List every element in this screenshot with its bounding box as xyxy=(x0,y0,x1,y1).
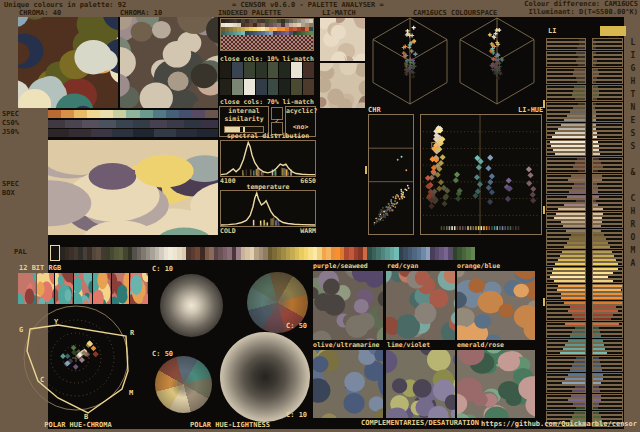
vertical-letter: O xyxy=(627,233,639,246)
thumb-image xyxy=(18,273,36,304)
strip-segment xyxy=(100,110,113,118)
vertical-letter: A xyxy=(627,259,639,272)
thumb-image xyxy=(130,273,148,304)
indexed-palette-panel xyxy=(220,18,314,51)
spec-strip-label: SPEC xyxy=(2,110,19,118)
close-col-swatch[interactable] xyxy=(232,79,243,95)
chr-panel-label: CHR xyxy=(368,106,381,114)
lightness-chroma-vertical-label: LIGHTNESS & CHROMA xyxy=(627,38,639,272)
strip-segment xyxy=(74,110,87,118)
strip-segment xyxy=(150,120,167,128)
close-col-swatch[interactable] xyxy=(303,79,314,95)
strip-segment xyxy=(61,110,74,118)
close-col-swatch[interactable] xyxy=(303,62,314,78)
censor-app: Unique colours in palette: 92 = CENSOR v… xyxy=(0,0,640,432)
vertical-letter: N xyxy=(627,103,639,116)
close-col-swatch[interactable] xyxy=(232,62,243,78)
close-col-swatch[interactable] xyxy=(279,79,290,95)
thumb-image xyxy=(112,273,130,304)
thumb-image xyxy=(93,273,111,304)
polar-li-circle-c50-b xyxy=(155,356,212,413)
pal-strip-swatch[interactable] xyxy=(471,247,476,260)
comp-panel-olive-ultramarine xyxy=(313,350,383,418)
comp-label-olive-ultramarine: olive/ultramarine xyxy=(313,341,380,349)
comp-panel-red-cyan xyxy=(386,271,455,340)
spec-strip xyxy=(48,110,218,118)
li-column-label: LI xyxy=(548,27,556,35)
close-col-swatch[interactable] xyxy=(291,62,302,78)
vertical-letter: L xyxy=(627,38,639,51)
strip-segment xyxy=(192,110,205,118)
strip-segment xyxy=(167,120,184,128)
vertical-letter: H xyxy=(627,77,639,90)
chr-column-chip[interactable]: CHR xyxy=(600,26,626,36)
close-cols-row-1[interactable] xyxy=(220,62,314,78)
vertical-letter xyxy=(627,155,639,168)
strip-segment xyxy=(126,110,139,118)
vertical-letter: S xyxy=(627,142,639,155)
polar-li-c10-label-2: C: 10 xyxy=(286,411,307,419)
comp-label-red-cyan: red/cyan xyxy=(387,262,418,270)
comp-label-orange-blue: orange/blue xyxy=(457,262,500,270)
vertical-letter: S xyxy=(627,129,639,142)
close-cols-row-2[interactable] xyxy=(220,79,314,95)
strip-segment xyxy=(197,129,218,137)
pal-strip[interactable] xyxy=(60,247,476,260)
vertical-letter: G xyxy=(627,64,639,77)
close-col-swatch[interactable] xyxy=(268,62,279,78)
acyclic-value-button[interactable]: <no> xyxy=(286,123,315,131)
gold-tick xyxy=(543,298,545,306)
similarity-checkbox[interactable]: ✓ xyxy=(271,107,283,120)
comp-label-lime-violet: lime/violet xyxy=(387,341,430,349)
spec-box-label-2: BOX xyxy=(2,189,15,197)
chroma10-image xyxy=(120,17,218,108)
hue-vertex-label: B xyxy=(84,413,88,419)
spec-box-label-1: SPEC xyxy=(2,180,19,188)
indexed-palette-grid[interactable] xyxy=(221,19,313,35)
close-col-swatch[interactable] xyxy=(220,79,231,95)
close-col-swatch[interactable] xyxy=(244,79,255,95)
c50-strip xyxy=(48,120,218,128)
internal-label-2: similarity xyxy=(220,115,268,123)
strip-segment xyxy=(48,110,61,118)
strip-segment xyxy=(166,110,179,118)
comp-panel-lime-violet xyxy=(386,350,455,418)
close-col-swatch[interactable] xyxy=(244,62,255,78)
close-col-swatch[interactable] xyxy=(291,79,302,95)
close-col-swatch[interactable] xyxy=(256,79,267,95)
github-url[interactable]: https://github.com/Quickmarble/censor xyxy=(481,420,637,428)
temperature-x-max: WARM xyxy=(300,227,316,235)
strip-segment xyxy=(48,129,69,137)
li-hue-scatter xyxy=(420,114,542,235)
temperature-x-min: COLD xyxy=(220,227,236,235)
indexed-palette-header: INDEXED PALETTE xyxy=(218,9,281,17)
illuminant-label: Illuminant: D(T=5500.00°K) xyxy=(528,8,638,16)
polar-li-c10-label-1: C: 10 xyxy=(152,265,173,273)
palette-swatch[interactable] xyxy=(309,31,313,35)
strip-segment xyxy=(48,120,65,128)
close-cols-70-label: close cols: 70% li-match xyxy=(220,98,314,106)
internal-label-1: internal xyxy=(220,107,268,115)
strip-segment xyxy=(154,129,175,137)
pal-input[interactable] xyxy=(50,245,60,261)
vertical-letter: & xyxy=(627,168,639,181)
li-hue-label: LI-HUE xyxy=(518,106,543,114)
chr-scatter-panel xyxy=(368,114,414,235)
strip-segment xyxy=(116,120,133,128)
comp-panel-emerald-rose xyxy=(457,350,535,418)
thumb-image xyxy=(55,273,73,304)
j50-strip-label: J50% xyxy=(2,128,19,136)
close-col-swatch[interactable] xyxy=(268,79,279,95)
chroma40-header: CHROMA: 40 xyxy=(19,9,61,17)
close-col-swatch[interactable] xyxy=(279,62,290,78)
strip-segment xyxy=(112,129,133,137)
close-col-swatch[interactable] xyxy=(256,62,267,78)
app-title: = CENSOR v0.6.0 - PALETTE ANALYSER = xyxy=(232,1,384,9)
vertical-letter: E xyxy=(627,116,639,129)
pal-label: PAL xyxy=(14,248,27,256)
gold-tick xyxy=(543,206,545,214)
close-col-swatch[interactable] xyxy=(220,62,231,78)
hue-vertex-label: C xyxy=(40,376,44,384)
gold-tick xyxy=(543,100,545,108)
strip-segment xyxy=(82,120,99,128)
